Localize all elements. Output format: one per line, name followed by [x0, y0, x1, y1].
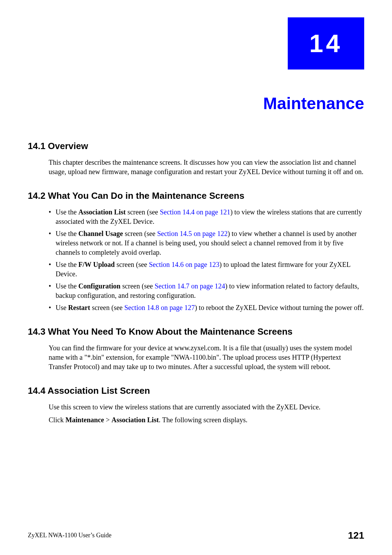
chapter-number-box: 14 — [288, 17, 364, 70]
list-item: Use the Configuration screen (see Sectio… — [49, 281, 364, 300]
item-bold: Channel Usage — [79, 230, 123, 237]
section-body-14-4-p2: Click Maintenance > Association List. Th… — [49, 415, 364, 425]
item-pre: Use the — [56, 261, 79, 268]
footer-left: ZyXEL NWA-1100 User’s Guide — [28, 532, 112, 539]
footer-rule — [28, 541, 364, 542]
item-bold: F/W Upload — [79, 261, 115, 268]
section-heading-14-3: 14.3 What You Need To Know About the Mai… — [28, 326, 364, 337]
p2-mid: > — [104, 416, 111, 424]
chapter-number: 14 — [309, 29, 343, 58]
p2-b2: Association List — [112, 416, 159, 424]
list-item: Use the Association List screen (see Sec… — [49, 207, 364, 226]
xref-link[interactable]: Section 14.8 on page 127 — [124, 304, 195, 311]
xref-link[interactable]: Section 14.4 on page 121 — [160, 208, 230, 216]
item-post: ) to reboot the ZyXEL Device without tur… — [195, 304, 364, 311]
page-container: 14 Maintenance 14.1 Overview This chapte… — [0, 0, 392, 555]
p2-b1: Maintenance — [65, 416, 104, 424]
bullet-list-14-2: Use the Association List screen (see Sec… — [49, 207, 364, 312]
item-pre: Use the — [56, 282, 79, 290]
section-body-14-1: This chapter describes the maintenance s… — [49, 158, 364, 177]
item-pre: Use — [56, 304, 68, 311]
section-heading-14-2: 14.2 What You Can Do in the Maintenance … — [28, 190, 364, 201]
item-pre: Use the — [56, 208, 79, 216]
xref-link[interactable]: Section 14.5 on page 122 — [157, 230, 228, 237]
p2-pre: Click — [49, 416, 65, 424]
xref-link[interactable]: Section 14.7 on page 124 — [155, 282, 225, 290]
section-heading-14-1: 14.1 Overview — [28, 141, 364, 152]
item-mid: screen (see — [121, 282, 155, 290]
list-item: Use Restart screen (see Section 14.8 on … — [49, 303, 364, 312]
item-mid: screen (see — [123, 230, 157, 237]
xref-link[interactable]: Section 14.6 on page 123 — [149, 261, 220, 268]
chapter-title: Maintenance — [28, 94, 364, 113]
p2-post: . The following screen displays. — [159, 416, 247, 424]
item-mid: screen (see — [126, 208, 160, 216]
item-mid: screen (see — [90, 304, 124, 311]
item-pre: Use the — [56, 230, 79, 237]
item-mid: screen (see — [115, 261, 149, 268]
item-bold: Restart — [68, 304, 90, 311]
section-heading-14-4: 14.4 Association List Screen — [28, 385, 364, 396]
item-bold: Association List — [79, 208, 126, 216]
section-body-14-4-p1: Use this screen to view the wireless sta… — [49, 402, 364, 412]
list-item: Use the F/W Upload screen (see Section 1… — [49, 260, 364, 279]
section-body-14-3: You can find the firmware for your devic… — [49, 343, 364, 372]
list-item: Use the Channel Usage screen (see Sectio… — [49, 229, 364, 257]
item-bold: Configuration — [79, 282, 121, 290]
page-number: 121 — [348, 530, 364, 541]
